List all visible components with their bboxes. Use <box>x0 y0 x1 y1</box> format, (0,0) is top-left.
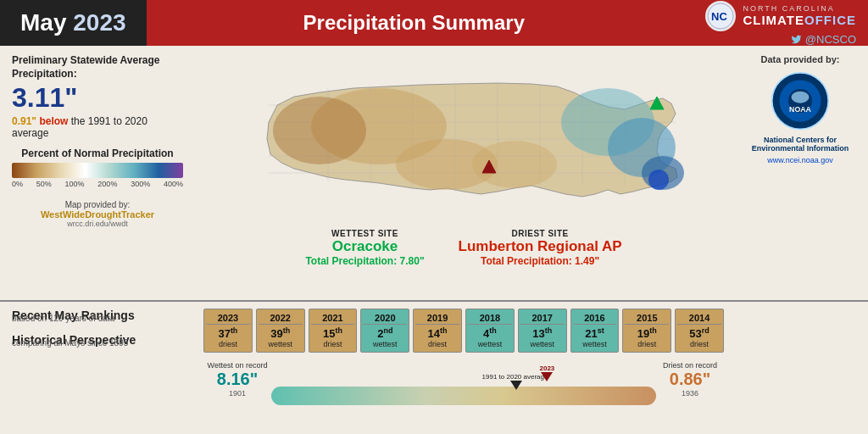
header-logo: NC NORTH CAROLINA CLIMATEOFFICE @NCSCO <box>682 0 868 46</box>
svg-text:NOAA: NOAA <box>789 105 811 114</box>
twitter-handle: @NCSCO <box>791 33 856 46</box>
historical-section: Historical Perspective comparing all May… <box>12 333 183 348</box>
right-panel: Data provided by: NOAA National Centers … <box>732 46 868 300</box>
wettest-record: Wettest on record 8.16" 1901 <box>203 361 271 398</box>
bottom-left: Recent May Rankings based on 129 years o… <box>0 302 195 434</box>
header-title: Precipitation Summary <box>303 11 525 35</box>
rank-year: 2022 <box>259 313 303 325</box>
year-label: 2023 <box>73 9 125 36</box>
rank-year: 2017 <box>520 313 565 325</box>
bottom-right <box>732 302 868 434</box>
rank-year: 2014 <box>677 313 721 325</box>
driest-record-year: 1936 <box>656 389 724 398</box>
rank-label: wettest <box>363 340 407 348</box>
wettest-precip: Total Precipitation: 7.80" <box>305 255 424 267</box>
ncei-name: National Centers for Environmental Infor… <box>739 136 861 153</box>
rank-cell-2015: 2015 19th driest <box>622 309 671 353</box>
header-title-section: Precipitation Summary <box>147 0 682 46</box>
rank-number: 19th <box>625 326 669 340</box>
map-credit-url: wrcc.dri.edu/wwdt <box>12 220 183 228</box>
noaa-logo-icon: NOAA <box>771 71 830 131</box>
rankings-section: Recent May Rankings based on 129 years o… <box>12 309 183 323</box>
rank-number: 13th <box>520 326 565 340</box>
legend-100: 100% <box>65 180 85 188</box>
rank-cell-2019: 2019 14th driest <box>413 309 462 353</box>
avg-marker-label: 1991 to 2020 average <box>482 373 533 381</box>
avg-precip-label: Preliminary Statewide Average Precipitat… <box>12 54 183 81</box>
logo-text: NORTH CAROLINA CLIMATEOFFICE <box>743 4 856 27</box>
rank-number: 21st <box>573 326 617 340</box>
rank-year: 2018 <box>468 313 512 325</box>
nc-map <box>243 54 684 224</box>
rank-number: 14th <box>415 326 459 340</box>
driest-name: Lumberton Regional AP <box>459 238 622 255</box>
historical-subtitle: comparing all Mays since 1895 <box>12 338 183 348</box>
driest-label: DRIEST SITE <box>459 229 622 238</box>
map-area: WETTEST SITE Ocracoke Total Precipitatio… <box>195 46 732 300</box>
current-marker-arrow <box>541 372 553 381</box>
rank-label: driest <box>415 340 459 348</box>
below-amount: 0.91" <box>12 115 36 127</box>
legend-0: 0% <box>12 180 23 188</box>
svg-point-22 <box>648 170 669 190</box>
wettest-site: WETTEST SITE Ocracoke Total Precipitatio… <box>305 229 424 267</box>
rank-cell-2023: 2023 37th driest <box>203 309 253 353</box>
historical-bar-area: Wettest on record 8.16" 1901 Driest on r… <box>203 361 724 420</box>
current-year-label: 2023 <box>530 364 564 372</box>
map-credit-name: WestWideDroughtTracker <box>41 209 154 220</box>
noaa-url: www.ncei.noaa.gov <box>767 156 833 164</box>
map-credit: Map provided by: WestWideDroughtTracker <box>12 200 183 220</box>
svg-point-16 <box>273 97 366 164</box>
logo-top: NC NORTH CAROLINA CLIMATEOFFICE <box>705 1 856 31</box>
rank-cell-2020: 2020 2nd wettest <box>360 309 409 353</box>
legend-50: 50% <box>36 180 52 188</box>
avg-below: 0.91" below the 1991 to 2020 average <box>12 115 183 139</box>
below-word: below <box>39 115 68 127</box>
wettest-name: Ocracoke <box>305 238 424 255</box>
avg-precip-value: 3.11" <box>12 82 183 114</box>
rank-cell-2021: 2021 15th driest <box>309 309 358 353</box>
rank-number: 39th <box>259 326 303 340</box>
header-date: May 2023 <box>0 0 147 46</box>
wettest-record-value: 8.16" <box>203 370 271 389</box>
content-area: Preliminary Statewide Average Precipitat… <box>0 46 868 300</box>
rank-year: 2016 <box>573 313 617 325</box>
historical-gradient-bar <box>271 387 656 405</box>
legend-400: 400% <box>164 180 183 188</box>
rank-label: driest <box>311 340 355 348</box>
svg-text:NC: NC <box>711 10 727 23</box>
rank-number: 4th <box>468 326 512 340</box>
left-panel: Preliminary Statewide Average Precipitat… <box>0 46 195 300</box>
svg-point-18 <box>472 141 557 188</box>
rank-year: 2023 <box>206 313 250 325</box>
nc-logo-circle: NC <box>705 1 736 31</box>
rankings-subtitle: based on 129 years of data <box>12 314 183 323</box>
rank-cell-2018: 2018 4th wettest <box>465 309 515 353</box>
legend-title: Percent of Normal Precipitation <box>12 147 183 159</box>
bottom-center: 2023 37th driest 2022 39th wettest 2021 … <box>195 302 732 434</box>
rank-cell-2016: 2016 21st wettest <box>570 309 620 353</box>
rank-label: wettest <box>573 340 617 348</box>
legend-200: 200% <box>97 180 117 188</box>
rank-year: 2019 <box>415 313 459 325</box>
avg-marker-arrow <box>510 381 522 390</box>
rank-number: 15th <box>311 326 355 340</box>
avg-marker-container: 1991 to 2020 average <box>499 373 533 390</box>
driest-precip: Total Precipitation: 1.49" <box>459 255 622 267</box>
rank-cell-2017: 2017 13th wettest <box>518 309 567 353</box>
data-credit-label: Data provided by: <box>761 54 840 64</box>
current-marker-container: 2023 <box>530 364 564 381</box>
rank-label: driest <box>206 340 250 348</box>
driest-record-value: 0.86" <box>656 370 724 389</box>
bottom-section: Recent May Rankings based on 129 years o… <box>0 300 868 434</box>
rank-label: driest <box>677 340 721 348</box>
header: May 2023 Precipitation Summary NC NORTH … <box>0 0 868 46</box>
rank-label: wettest <box>259 340 303 348</box>
rankings-row: 2023 37th driest 2022 39th wettest 2021 … <box>203 309 724 353</box>
legend-300: 300% <box>131 180 150 188</box>
rank-number: 2nd <box>363 326 407 340</box>
rank-number: 37th <box>206 326 250 340</box>
rank-year: 2020 <box>363 313 407 325</box>
rank-number: 53rd <box>677 326 721 340</box>
rank-label: wettest <box>520 340 565 348</box>
